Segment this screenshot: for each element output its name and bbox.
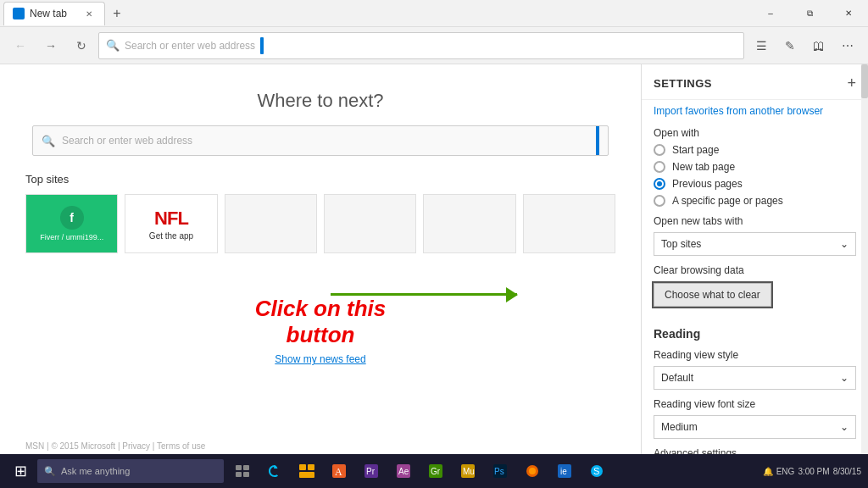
new-tab-button[interactable]: +	[105, 2, 129, 25]
advanced-settings-label: Advanced settings	[654, 447, 856, 454]
forward-button[interactable]: →	[37, 32, 64, 59]
import-link[interactable]: Import favorites from another browser	[654, 100, 856, 119]
show-feed-link[interactable]: Show my news feed	[25, 353, 615, 365]
open-new-tabs-dropdown[interactable]: Top sites ⌄	[654, 232, 856, 256]
settings-panel: SETTINGS + Import favorites from another…	[641, 64, 868, 454]
reading-font-size-label: Reading view font size	[654, 398, 856, 410]
back-button[interactable]: ←	[7, 32, 34, 59]
svg-text:Ps: Ps	[494, 467, 504, 476]
radio-start-page[interactable]: Start page	[654, 144, 856, 156]
site-tile-empty-2[interactable]	[324, 194, 416, 253]
top-sites-label: Top sites	[25, 173, 615, 186]
open-with-label: Open with	[654, 127, 856, 139]
hub-button[interactable]: ☰	[748, 32, 775, 59]
scrollbar-thumb[interactable]	[861, 64, 868, 98]
taskbar-app5[interactable]: Mu	[453, 456, 483, 486]
choose-what-to-clear-button[interactable]: Choose what to clear	[654, 283, 771, 307]
settings-header: SETTINGS +	[642, 64, 868, 100]
taskbar-time: 3:00 PM	[798, 467, 829, 476]
reading-font-size-dropdown[interactable]: Medium ⌄	[654, 415, 856, 439]
svg-text:ie: ie	[560, 467, 567, 476]
fiverr-label: Fiverr / ummi199...	[40, 233, 103, 241]
close-button[interactable]: ✕	[829, 0, 868, 27]
tab-label: New tab	[30, 8, 67, 19]
settings-title: SETTINGS	[654, 77, 712, 90]
reading-view-button[interactable]: 🕮	[805, 32, 832, 59]
radio-circle-newtab	[654, 161, 665, 173]
radio-previous-pages[interactable]: Previous pages	[654, 178, 856, 190]
radio-circle-specific	[654, 195, 665, 207]
reading-style-value: Default	[661, 372, 693, 384]
svg-rect-1	[243, 465, 249, 470]
taskbar-date: 8/30/15	[833, 467, 861, 476]
taskbar: ⊞ 🔍 Ask me anything A Pr Ae Gr Mu Ps	[0, 454, 868, 488]
svg-rect-3	[243, 472, 249, 477]
svg-rect-2	[236, 472, 242, 477]
site-tile-nfl[interactable]: NFL Get the app	[125, 194, 217, 253]
radio-new-tab[interactable]: New tab page	[654, 161, 856, 173]
reading-title: Reading	[654, 327, 856, 341]
svg-text:A: A	[335, 466, 342, 478]
radio-label-newtab: New tab page	[672, 161, 735, 173]
search-bar[interactable]: 🔍 Search or enter web address	[32, 125, 609, 156]
taskbar-app1[interactable]: A	[324, 456, 354, 486]
taskbar-edge[interactable]	[259, 456, 290, 486]
site-tile-empty-1[interactable]	[225, 194, 317, 253]
nfl-sub: Get the app	[149, 231, 193, 241]
taskbar-task-view[interactable]	[227, 456, 258, 486]
click-text-line1: Click on this	[25, 296, 615, 322]
taskbar-lang: ENG	[776, 467, 795, 476]
svg-rect-4	[299, 464, 306, 470]
open-new-tabs-label: Open new tabs with	[654, 215, 856, 227]
taskbar-search-icon: 🔍	[44, 466, 56, 477]
svg-rect-5	[299, 472, 314, 478]
svg-text:S: S	[593, 466, 599, 476]
main-content: Where to next? 🔍 Search or enter web add…	[0, 64, 868, 454]
nav-right-buttons: ☰ ✎ 🕮 ⋯	[748, 32, 861, 59]
fiverr-icon: f	[60, 206, 84, 230]
refresh-button[interactable]: ↻	[68, 32, 95, 59]
reading-style-chevron-icon: ⌄	[840, 372, 849, 384]
address-accent	[260, 37, 264, 54]
svg-text:Gr: Gr	[431, 467, 441, 476]
browser-page: Where to next? 🔍 Search or enter web add…	[0, 64, 641, 454]
open-new-tabs-value: Top sites	[661, 238, 701, 250]
taskbar-notification-icon[interactable]: 🔔	[763, 467, 773, 476]
reading-style-dropdown[interactable]: Default ⌄	[654, 366, 856, 390]
reading-font-size-value: Medium	[661, 421, 698, 433]
taskbar-icons: A Pr Ae Gr Mu Ps ie S	[227, 456, 612, 486]
tab-close-button[interactable]: ✕	[82, 7, 96, 20]
active-tab[interactable]: New tab ✕	[3, 2, 105, 25]
minimize-button[interactable]: –	[751, 0, 790, 27]
restore-button[interactable]: ⧉	[790, 0, 829, 27]
taskbar-right: 🔔 ENG 3:00 PM 8/30/15	[763, 467, 865, 476]
site-tile-empty-3[interactable]	[423, 194, 515, 253]
taskbar-skype[interactable]: S	[581, 456, 612, 486]
taskbar-firefox[interactable]	[517, 456, 548, 486]
radio-label-start: Start page	[672, 144, 719, 156]
web-note-button[interactable]: ✎	[776, 32, 804, 59]
taskbar-explorer[interactable]	[292, 456, 322, 486]
taskbar-app3[interactable]: Ae	[388, 456, 419, 486]
scrollbar-track[interactable]	[861, 64, 868, 454]
msn-footer: MSN | © 2015 Microsoft | Privacy | Terms…	[0, 441, 231, 451]
taskbar-app4[interactable]: Gr	[420, 456, 451, 486]
address-bar[interactable]: 🔍 Search or enter web address	[98, 32, 744, 59]
search-icon: 🔍	[106, 39, 120, 52]
svg-text:Pr: Pr	[366, 467, 376, 476]
start-button[interactable]: ⊞	[3, 454, 37, 488]
title-bar: New tab ✕ + – ⧉ ✕	[0, 0, 868, 27]
radio-specific-page[interactable]: A specific page or pages	[654, 195, 856, 207]
settings-scroll[interactable]: Import favorites from another browser Op…	[642, 100, 868, 454]
site-tile-fiverr[interactable]: f Fiverr / ummi199...	[25, 194, 118, 253]
taskbar-app6[interactable]: ie	[549, 456, 580, 486]
arrow-annotation	[331, 293, 517, 296]
taskbar-search[interactable]: 🔍 Ask me anything	[37, 459, 224, 483]
taskbar-ps[interactable]: Ps	[485, 456, 515, 486]
taskbar-app2[interactable]: Pr	[356, 456, 387, 486]
clear-browsing-label: Clear browsing data	[654, 264, 856, 276]
more-button[interactable]: ⋯	[834, 32, 861, 59]
settings-add-button[interactable]: +	[847, 75, 856, 92]
site-tile-empty-4[interactable]	[523, 194, 615, 253]
window-controls: – ⧉ ✕	[751, 0, 868, 26]
